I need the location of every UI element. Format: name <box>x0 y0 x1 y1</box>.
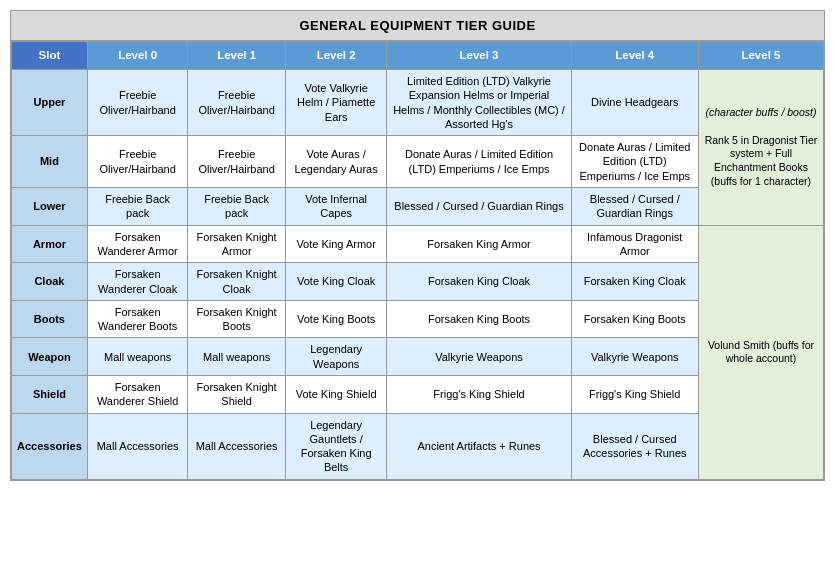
level2-shield: Vote King Shield <box>285 375 387 413</box>
level0-accessories: Mall Accessories <box>87 413 188 479</box>
level1-lower: Freebie Back pack <box>188 188 285 226</box>
level2-lower: Vote Infernal Capes <box>285 188 387 226</box>
header-slot: Slot <box>12 42 88 70</box>
slot-cell-upper: Upper <box>12 69 88 135</box>
level1-accessories: Mall Accessories <box>188 413 285 479</box>
level3-upper: Limited Edition (LTD) Valkyrie Expansion… <box>387 69 571 135</box>
slot-cell-armor: Armor <box>12 225 88 263</box>
level4-armor: Infamous Dragonist Armor <box>571 225 698 263</box>
header-level2: Level 2 <box>285 42 387 70</box>
level2-upper: Vote Valkyrie Helm / Piamette Ears <box>285 69 387 135</box>
level4-shield: Frigg's King Shield <box>571 375 698 413</box>
level4-lower: Blessed / Cursed / Guardian Rings <box>571 188 698 226</box>
table-title: GENERAL EQUIPMENT TIER GUIDE <box>11 11 824 41</box>
level0-shield: Forsaken Wanderer Shield <box>87 375 188 413</box>
level1-weapon: Mall weapons <box>188 338 285 376</box>
slot-cell-accessories: Accessories <box>12 413 88 479</box>
header-level4: Level 4 <box>571 42 698 70</box>
level3-armor: Forsaken King Armor <box>387 225 571 263</box>
level2-armor: Vote King Armor <box>285 225 387 263</box>
equipment-tier-guide: GENERAL EQUIPMENT TIER GUIDE Slot Level … <box>10 10 825 481</box>
level1-boots: Forsaken Knight Boots <box>188 300 285 338</box>
level3-lower: Blessed / Cursed / Guardian Rings <box>387 188 571 226</box>
level0-lower: Freebie Back pack <box>87 188 188 226</box>
slot-cell-weapon: Weapon <box>12 338 88 376</box>
slot-cell-shield: Shield <box>12 375 88 413</box>
level2-weapon: Legendary Weapons <box>285 338 387 376</box>
level2-mid: Vote Auras / Legendary Auras <box>285 136 387 188</box>
header-level3: Level 3 <box>387 42 571 70</box>
level3-weapon: Valkyrie Weapons <box>387 338 571 376</box>
level5-group1: (character buffs / boost)Rank 5 in Drago… <box>698 69 823 225</box>
level1-cloak: Forsaken Knight Cloak <box>188 263 285 301</box>
level3-accessories: Ancient Artifacts + Runes <box>387 413 571 479</box>
level2-cloak: Vote King Cloak <box>285 263 387 301</box>
slot-cell-mid: Mid <box>12 136 88 188</box>
level4-accessories: Blessed / Cursed Accessories + Runes <box>571 413 698 479</box>
level0-boots: Forsaken Wanderer Boots <box>87 300 188 338</box>
level0-upper: Freebie Oliver/Hairband <box>87 69 188 135</box>
header-level1: Level 1 <box>188 42 285 70</box>
level0-weapon: Mall weapons <box>87 338 188 376</box>
slot-cell-lower: Lower <box>12 188 88 226</box>
level1-mid: Freebie Oliver/Hairband <box>188 136 285 188</box>
level0-cloak: Forsaken Wanderer Cloak <box>87 263 188 301</box>
slot-cell-boots: Boots <box>12 300 88 338</box>
level1-shield: Forsaken Knight Shield <box>188 375 285 413</box>
level2-accessories: Legendary Gauntlets / Forsaken King Belt… <box>285 413 387 479</box>
level3-cloak: Forsaken King Cloak <box>387 263 571 301</box>
level4-upper: Divine Headgears <box>571 69 698 135</box>
level1-upper: Freebie Oliver/Hairband <box>188 69 285 135</box>
level3-shield: Frigg's King Shield <box>387 375 571 413</box>
slot-cell-cloak: Cloak <box>12 263 88 301</box>
level2-boots: Vote King Boots <box>285 300 387 338</box>
level0-mid: Freebie Oliver/Hairband <box>87 136 188 188</box>
header-level0: Level 0 <box>87 42 188 70</box>
level4-mid: Donate Auras / Limited Edition (LTD) Emp… <box>571 136 698 188</box>
level4-weapon: Valkyrie Weapons <box>571 338 698 376</box>
level0-armor: Forsaken Wanderer Armor <box>87 225 188 263</box>
level4-cloak: Forsaken King Cloak <box>571 263 698 301</box>
header-level5: Level 5 <box>698 42 823 70</box>
level3-boots: Forsaken King Boots <box>387 300 571 338</box>
level4-boots: Forsaken King Boots <box>571 300 698 338</box>
level1-armor: Forsaken Knight Armor <box>188 225 285 263</box>
level5-group2: Volund Smith (buffs for whole account) <box>698 225 823 479</box>
level3-mid: Donate Auras / Limited Edition (LTD) Emp… <box>387 136 571 188</box>
